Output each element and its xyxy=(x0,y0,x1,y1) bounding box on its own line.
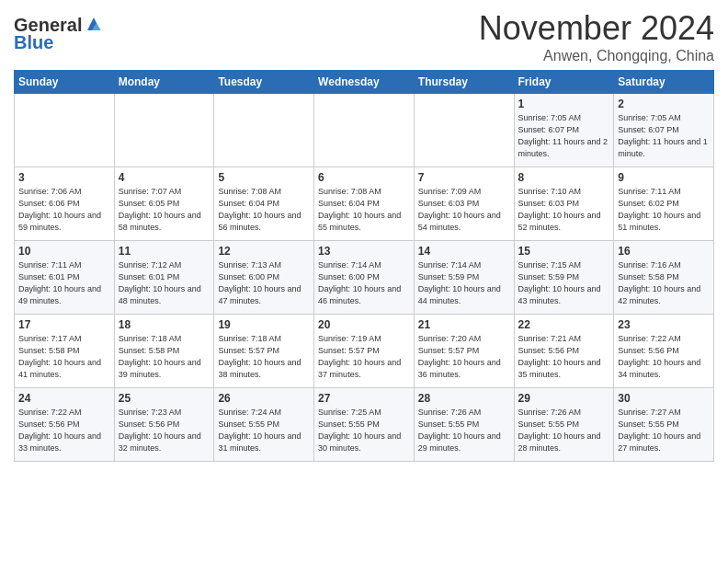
calendar-cell: 2Sunrise: 7:05 AM Sunset: 6:07 PM Daylig… xyxy=(614,94,714,167)
calendar-week-row: 24Sunrise: 7:22 AM Sunset: 5:56 PM Dayli… xyxy=(15,388,714,462)
calendar-cell: 1Sunrise: 7:05 AM Sunset: 6:07 PM Daylig… xyxy=(514,94,614,167)
day-info: Sunrise: 7:20 AM Sunset: 5:57 PM Dayligh… xyxy=(418,333,510,381)
day-number: 29 xyxy=(518,392,610,405)
day-number: 25 xyxy=(119,392,210,405)
day-info: Sunrise: 7:18 AM Sunset: 5:57 PM Dayligh… xyxy=(218,333,310,381)
day-number: 18 xyxy=(119,318,210,331)
day-info: Sunrise: 7:12 AM Sunset: 6:01 PM Dayligh… xyxy=(119,259,210,307)
calendar-cell: 14Sunrise: 7:14 AM Sunset: 5:59 PM Dayli… xyxy=(414,241,514,315)
day-info: Sunrise: 7:22 AM Sunset: 5:56 PM Dayligh… xyxy=(618,333,710,381)
day-info: Sunrise: 7:26 AM Sunset: 5:55 PM Dayligh… xyxy=(518,407,610,454)
calendar-week-row: 3Sunrise: 7:06 AM Sunset: 6:06 PM Daylig… xyxy=(15,167,714,241)
day-info: Sunrise: 7:07 AM Sunset: 6:05 PM Dayligh… xyxy=(119,186,210,234)
calendar-cell: 8Sunrise: 7:10 AM Sunset: 6:03 PM Daylig… xyxy=(514,167,614,241)
calendar-cell xyxy=(214,94,314,167)
logo-icon xyxy=(84,14,104,34)
day-info: Sunrise: 7:09 AM Sunset: 6:03 PM Dayligh… xyxy=(418,186,510,234)
month-title: November 2024 xyxy=(479,9,714,48)
day-info: Sunrise: 7:05 AM Sunset: 6:07 PM Dayligh… xyxy=(618,112,710,160)
calendar-cell: 24Sunrise: 7:22 AM Sunset: 5:56 PM Dayli… xyxy=(15,388,115,462)
day-info: Sunrise: 7:06 AM Sunset: 6:06 PM Dayligh… xyxy=(18,186,110,234)
header: General Blue November 2024 Anwen, Chongq… xyxy=(14,9,714,64)
day-info: Sunrise: 7:11 AM Sunset: 6:02 PM Dayligh… xyxy=(618,186,710,234)
col-header-sunday: Sunday xyxy=(15,71,115,94)
day-number: 17 xyxy=(18,318,110,331)
day-number: 9 xyxy=(618,171,710,184)
calendar-cell xyxy=(15,94,115,167)
calendar-container: General Blue November 2024 Anwen, Chongq… xyxy=(0,0,728,471)
day-number: 8 xyxy=(518,171,610,184)
calendar-header-row: SundayMondayTuesdayWednesdayThursdayFrid… xyxy=(15,71,714,94)
calendar-cell: 3Sunrise: 7:06 AM Sunset: 6:06 PM Daylig… xyxy=(15,167,115,241)
calendar-cell: 17Sunrise: 7:17 AM Sunset: 5:58 PM Dayli… xyxy=(15,315,115,388)
day-number: 30 xyxy=(618,392,710,405)
day-number: 19 xyxy=(218,318,310,331)
day-info: Sunrise: 7:27 AM Sunset: 5:55 PM Dayligh… xyxy=(618,407,710,454)
col-header-friday: Friday xyxy=(514,71,614,94)
calendar-cell: 15Sunrise: 7:15 AM Sunset: 5:59 PM Dayli… xyxy=(514,241,614,315)
col-header-saturday: Saturday xyxy=(614,71,714,94)
day-info: Sunrise: 7:25 AM Sunset: 5:55 PM Dayligh… xyxy=(318,407,410,454)
day-number: 16 xyxy=(618,245,710,258)
calendar-cell: 18Sunrise: 7:18 AM Sunset: 5:58 PM Dayli… xyxy=(114,315,214,388)
title-block: November 2024 Anwen, Chongqing, China xyxy=(479,9,714,64)
calendar-cell: 27Sunrise: 7:25 AM Sunset: 5:55 PM Dayli… xyxy=(314,388,415,462)
calendar-cell: 19Sunrise: 7:18 AM Sunset: 5:57 PM Dayli… xyxy=(214,315,314,388)
day-number: 21 xyxy=(418,318,510,331)
day-number: 12 xyxy=(218,245,310,258)
calendar-cell: 25Sunrise: 7:23 AM Sunset: 5:56 PM Dayli… xyxy=(114,388,214,462)
calendar-table: SundayMondayTuesdayWednesdayThursdayFrid… xyxy=(14,70,714,462)
day-number: 11 xyxy=(119,245,210,258)
calendar-cell: 5Sunrise: 7:08 AM Sunset: 6:04 PM Daylig… xyxy=(214,167,314,241)
calendar-week-row: 17Sunrise: 7:17 AM Sunset: 5:58 PM Dayli… xyxy=(15,315,714,388)
calendar-cell xyxy=(314,94,415,167)
day-info: Sunrise: 7:08 AM Sunset: 6:04 PM Dayligh… xyxy=(218,186,310,234)
day-info: Sunrise: 7:19 AM Sunset: 5:57 PM Dayligh… xyxy=(318,333,410,381)
day-number: 27 xyxy=(318,392,410,405)
logo: General Blue xyxy=(14,14,104,53)
calendar-cell xyxy=(414,94,514,167)
day-info: Sunrise: 7:15 AM Sunset: 5:59 PM Dayligh… xyxy=(518,259,610,307)
calendar-week-row: 1Sunrise: 7:05 AM Sunset: 6:07 PM Daylig… xyxy=(15,94,714,167)
day-number: 20 xyxy=(318,318,410,331)
day-info: Sunrise: 7:13 AM Sunset: 6:00 PM Dayligh… xyxy=(218,259,310,307)
col-header-monday: Monday xyxy=(114,71,214,94)
calendar-cell xyxy=(114,94,214,167)
day-info: Sunrise: 7:14 AM Sunset: 5:59 PM Dayligh… xyxy=(418,259,510,307)
day-info: Sunrise: 7:10 AM Sunset: 6:03 PM Dayligh… xyxy=(518,186,610,234)
calendar-cell: 10Sunrise: 7:11 AM Sunset: 6:01 PM Dayli… xyxy=(15,241,115,315)
day-info: Sunrise: 7:11 AM Sunset: 6:01 PM Dayligh… xyxy=(18,259,110,307)
calendar-week-row: 10Sunrise: 7:11 AM Sunset: 6:01 PM Dayli… xyxy=(15,241,714,315)
calendar-cell: 7Sunrise: 7:09 AM Sunset: 6:03 PM Daylig… xyxy=(414,167,514,241)
day-info: Sunrise: 7:14 AM Sunset: 6:00 PM Dayligh… xyxy=(318,259,410,307)
calendar-cell: 13Sunrise: 7:14 AM Sunset: 6:00 PM Dayli… xyxy=(314,241,415,315)
day-number: 6 xyxy=(318,171,410,184)
day-number: 4 xyxy=(119,171,210,184)
calendar-cell: 28Sunrise: 7:26 AM Sunset: 5:55 PM Dayli… xyxy=(414,388,514,462)
calendar-cell: 6Sunrise: 7:08 AM Sunset: 6:04 PM Daylig… xyxy=(314,167,415,241)
day-info: Sunrise: 7:22 AM Sunset: 5:56 PM Dayligh… xyxy=(18,407,110,454)
day-number: 23 xyxy=(618,318,710,331)
day-number: 3 xyxy=(18,171,110,184)
col-header-wednesday: Wednesday xyxy=(314,71,415,94)
calendar-cell: 20Sunrise: 7:19 AM Sunset: 5:57 PM Dayli… xyxy=(314,315,415,388)
calendar-cell: 30Sunrise: 7:27 AM Sunset: 5:55 PM Dayli… xyxy=(614,388,714,462)
day-number: 15 xyxy=(518,245,610,258)
day-number: 2 xyxy=(618,98,710,110)
day-number: 5 xyxy=(218,171,310,184)
col-header-thursday: Thursday xyxy=(414,71,514,94)
calendar-cell: 4Sunrise: 7:07 AM Sunset: 6:05 PM Daylig… xyxy=(114,167,214,241)
day-info: Sunrise: 7:16 AM Sunset: 5:58 PM Dayligh… xyxy=(618,259,710,307)
day-number: 22 xyxy=(518,318,610,331)
calendar-cell: 22Sunrise: 7:21 AM Sunset: 5:56 PM Dayli… xyxy=(514,315,614,388)
day-info: Sunrise: 7:18 AM Sunset: 5:58 PM Dayligh… xyxy=(119,333,210,381)
day-info: Sunrise: 7:23 AM Sunset: 5:56 PM Dayligh… xyxy=(119,407,210,454)
day-number: 1 xyxy=(518,98,610,110)
calendar-cell: 11Sunrise: 7:12 AM Sunset: 6:01 PM Dayli… xyxy=(114,241,214,315)
day-info: Sunrise: 7:17 AM Sunset: 5:58 PM Dayligh… xyxy=(18,333,110,381)
day-number: 24 xyxy=(18,392,110,405)
col-header-tuesday: Tuesday xyxy=(214,71,314,94)
day-number: 7 xyxy=(418,171,510,184)
calendar-cell: 21Sunrise: 7:20 AM Sunset: 5:57 PM Dayli… xyxy=(414,315,514,388)
calendar-cell: 29Sunrise: 7:26 AM Sunset: 5:55 PM Dayli… xyxy=(514,388,614,462)
